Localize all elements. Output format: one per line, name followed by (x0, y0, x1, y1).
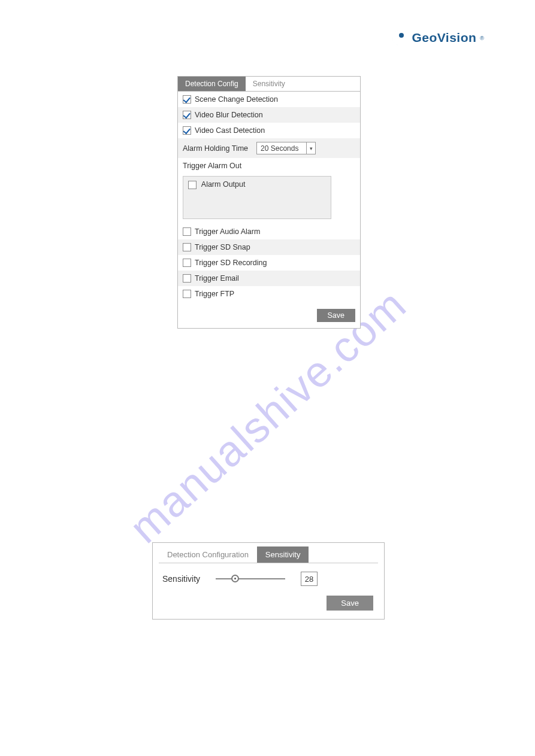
sensitivity-value[interactable]: 28 (301, 572, 318, 586)
checkbox-scene-change[interactable] (183, 95, 191, 104)
tab-sensitivity-p2[interactable]: Sensitivity (257, 546, 309, 563)
label-trigger-audio: Trigger Audio Alarm (195, 227, 260, 236)
row-trigger-ftp: Trigger FTP (178, 286, 360, 302)
label-video-cast: Video Cast Detection (195, 126, 265, 135)
label-alarm-output: Alarm Output (201, 180, 246, 189)
save-button-p1[interactable]: Save (317, 309, 356, 322)
holding-time-value: 20 Seconds (257, 144, 306, 153)
page: { "brand": { "name": "GeoVision" }, "wat… (0, 0, 535, 756)
label-video-blur: Video Blur Detection (195, 111, 263, 119)
label-holding-time: Alarm Holding Time (183, 144, 248, 153)
label-trigger-alarm-out: Trigger Alarm Out (183, 162, 241, 170)
row-video-cast: Video Cast Detection (178, 123, 360, 138)
detection-config-panel: Detection Config Sensitivity Scene Chang… (177, 76, 361, 329)
label-sensitivity: Sensitivity (162, 574, 200, 584)
tab-detection-configuration[interactable]: Detection Configuration (159, 546, 257, 563)
sensitivity-panel: Detection Configuration Sensitivity Sens… (152, 542, 385, 620)
sensitivity-row: Sensitivity 28 (153, 563, 384, 592)
geovision-crescent-icon (390, 29, 408, 47)
checkbox-trigger-sd-rec[interactable] (183, 259, 191, 267)
panel1-tabs: Detection Config Sensitivity (178, 77, 360, 92)
save-row-p1: Save (178, 302, 360, 328)
chevron-down-icon: ▾ (306, 142, 315, 154)
row-trigger-sd-snap: Trigger SD Snap (178, 239, 360, 255)
row-video-blur: Video Blur Detection (178, 107, 360, 123)
label-trigger-sd-snap: Trigger SD Snap (195, 243, 250, 251)
brand-name: GeoVision (412, 31, 476, 45)
label-scene-change: Scene Change Detection (195, 95, 278, 104)
sensitivity-slider[interactable] (216, 578, 285, 579)
save-button-p2[interactable]: Save (327, 596, 373, 611)
row-trigger-audio: Trigger Audio Alarm (178, 224, 360, 239)
checkbox-video-cast[interactable] (183, 126, 191, 135)
checkbox-video-blur[interactable] (183, 111, 191, 119)
checkbox-trigger-ftp[interactable] (183, 290, 191, 298)
brand-suffix: ® (480, 35, 484, 41)
label-trigger-sd-rec: Trigger SD Recording (195, 259, 267, 267)
slider-knob[interactable] (231, 575, 239, 582)
select-holding-time[interactable]: 20 Seconds ▾ (256, 142, 316, 154)
checkbox-trigger-sd-snap[interactable] (183, 243, 191, 251)
brand-logo: GeoVision ® (390, 29, 484, 47)
panel2-tabs: Detection Configuration Sensitivity (159, 546, 378, 563)
tab-detection-config[interactable]: Detection Config (178, 77, 246, 91)
save-row-p2: Save (153, 592, 384, 611)
svg-point-0 (399, 33, 404, 38)
checkbox-trigger-audio[interactable] (183, 227, 191, 236)
row-scene-change: Scene Change Detection (178, 92, 360, 107)
alarm-output-box: Alarm Output (183, 176, 331, 219)
label-trigger-ftp: Trigger FTP (195, 290, 234, 298)
label-trigger-email: Trigger Email (195, 274, 239, 283)
row-trigger-email: Trigger Email (178, 271, 360, 286)
row-trigger-sd-rec: Trigger SD Recording (178, 255, 360, 271)
checkbox-alarm-output[interactable] (188, 181, 197, 189)
row-trigger-alarm-out-label: Trigger Alarm Out (178, 158, 360, 174)
row-holding-time: Alarm Holding Time 20 Seconds ▾ (178, 138, 360, 158)
tab-sensitivity-p1[interactable]: Sensitivity (246, 77, 292, 91)
checkbox-trigger-email[interactable] (183, 274, 191, 283)
